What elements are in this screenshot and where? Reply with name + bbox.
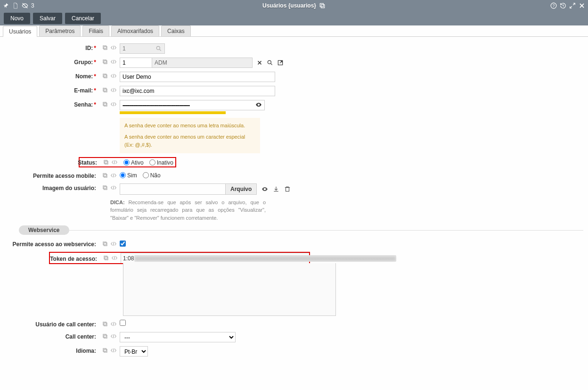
clear-icon[interactable] bbox=[256, 59, 263, 66]
form-area: ID:* 1 Grupo:* ADM bbox=[0, 37, 588, 367]
tab-filiais[interactable]: Filiais bbox=[82, 25, 109, 36]
new-button[interactable]: Novo bbox=[4, 13, 30, 24]
svg-rect-26 bbox=[103, 88, 106, 91]
token-textarea[interactable] bbox=[123, 263, 336, 316]
status-inativo-radio[interactable]: Inativo bbox=[149, 159, 173, 166]
nome-input[interactable] bbox=[120, 72, 275, 82]
svg-rect-46 bbox=[104, 256, 107, 259]
close-icon[interactable] bbox=[579, 2, 585, 9]
ws-permite-checkbox[interactable] bbox=[120, 241, 126, 247]
svg-rect-52 bbox=[103, 334, 106, 337]
svg-rect-14 bbox=[104, 61, 107, 64]
copy-icon[interactable] bbox=[103, 255, 109, 261]
code-icon[interactable] bbox=[110, 347, 117, 354]
id-label: ID: bbox=[85, 45, 93, 51]
eye-icon[interactable] bbox=[255, 101, 262, 108]
open-external-icon[interactable] bbox=[277, 59, 284, 66]
svg-line-20 bbox=[271, 64, 272, 65]
mobile-sim-radio[interactable]: Sim bbox=[120, 172, 137, 179]
fullscreen-icon[interactable] bbox=[569, 2, 576, 9]
status-label: Status: bbox=[78, 159, 97, 166]
cancel-button[interactable]: Cancelar bbox=[65, 13, 101, 24]
id-field: 1 bbox=[120, 43, 165, 54]
svg-line-6 bbox=[570, 6, 572, 8]
toolbar: Novo Salvar Cancelar bbox=[0, 11, 588, 25]
copy-icon[interactable] bbox=[102, 58, 108, 65]
copy-icon[interactable] bbox=[103, 159, 109, 166]
save-button[interactable]: Salvar bbox=[33, 13, 62, 24]
grupo-name-display: ADM bbox=[152, 58, 253, 68]
code-icon[interactable] bbox=[110, 73, 117, 79]
copy-icon[interactable] bbox=[102, 241, 108, 247]
code-icon[interactable] bbox=[111, 255, 118, 261]
section-webservice: Webservice bbox=[19, 225, 583, 235]
senha-input[interactable] bbox=[120, 100, 265, 110]
token-label: Token de acesso: bbox=[50, 256, 97, 262]
callcenter-user-checkbox[interactable] bbox=[120, 320, 126, 326]
svg-rect-25 bbox=[104, 89, 107, 92]
code-icon[interactable] bbox=[110, 58, 117, 65]
imagem-label: Imagem do usuário: bbox=[42, 185, 96, 191]
callcenter-user-label: Usuário de call center: bbox=[35, 321, 96, 328]
search-icon[interactable] bbox=[155, 45, 162, 52]
code-icon[interactable] bbox=[110, 172, 117, 179]
svg-point-19 bbox=[268, 60, 271, 64]
code-icon[interactable] bbox=[110, 184, 117, 191]
code-icon[interactable] bbox=[111, 159, 118, 166]
trash-icon[interactable] bbox=[284, 186, 291, 192]
idioma-select[interactable]: Pt-Br bbox=[120, 346, 148, 357]
copy-icon[interactable] bbox=[102, 172, 108, 179]
code-icon[interactable] bbox=[110, 87, 117, 93]
copy-icon[interactable] bbox=[102, 321, 108, 327]
svg-rect-51 bbox=[104, 335, 107, 338]
svg-rect-32 bbox=[104, 160, 107, 163]
svg-rect-41 bbox=[286, 187, 289, 191]
copy-icon[interactable] bbox=[102, 73, 108, 79]
tab-parametros[interactable]: Parâmetros bbox=[39, 25, 81, 36]
svg-rect-34 bbox=[104, 174, 107, 177]
copy-icon[interactable] bbox=[102, 44, 108, 51]
file-input[interactable] bbox=[120, 183, 225, 195]
svg-rect-28 bbox=[104, 103, 107, 106]
pin-icon[interactable] bbox=[3, 2, 9, 9]
history-icon[interactable] bbox=[560, 2, 566, 9]
email-input[interactable] bbox=[120, 86, 275, 96]
grupo-id-input[interactable] bbox=[120, 58, 152, 68]
password-hints: A senha deve conter ao menos uma letra m… bbox=[120, 118, 260, 153]
code-icon[interactable] bbox=[110, 321, 117, 327]
svg-rect-43 bbox=[103, 242, 106, 245]
status-ativo-radio[interactable]: Ativo bbox=[123, 159, 144, 166]
view-icon[interactable] bbox=[261, 186, 268, 192]
code-icon[interactable] bbox=[110, 101, 117, 108]
download-icon[interactable] bbox=[273, 186, 279, 192]
document-icon[interactable] bbox=[12, 2, 19, 9]
svg-rect-37 bbox=[104, 186, 107, 189]
svg-line-47 bbox=[114, 256, 114, 260]
tabs: Usuários Parâmetros Filiais Almoxarifado… bbox=[0, 25, 588, 37]
file-button[interactable]: Arquivo bbox=[225, 183, 257, 195]
callcenter-select[interactable]: --- bbox=[120, 332, 236, 342]
svg-rect-9 bbox=[104, 47, 107, 50]
tab-usuarios[interactable]: Usuários bbox=[3, 26, 37, 37]
copy-title-icon[interactable] bbox=[319, 2, 326, 9]
window-title: Usuários {usuarios} bbox=[262, 2, 316, 9]
code-icon[interactable] bbox=[110, 44, 117, 51]
svg-line-39 bbox=[113, 186, 114, 190]
eye-off-icon[interactable] bbox=[22, 2, 28, 9]
copy-icon[interactable] bbox=[102, 184, 108, 191]
copy-icon[interactable] bbox=[102, 101, 108, 108]
senha-label: Senha: bbox=[74, 101, 93, 108]
svg-line-27 bbox=[113, 88, 114, 92]
copy-icon[interactable] bbox=[102, 347, 108, 354]
code-icon[interactable] bbox=[110, 333, 117, 340]
help-icon[interactable]: ? bbox=[550, 2, 557, 9]
window-titlebar: 3 Usuários {usuarios} ? bbox=[0, 0, 588, 11]
mobile-nao-radio[interactable]: Não bbox=[143, 172, 161, 179]
code-icon[interactable] bbox=[110, 241, 117, 247]
search-icon[interactable] bbox=[267, 59, 273, 66]
tab-caixas[interactable]: Caixas bbox=[161, 25, 191, 36]
tab-almoxarifados[interactable]: Almoxarifados bbox=[111, 25, 159, 36]
copy-icon[interactable] bbox=[102, 87, 108, 93]
password-strength-bar bbox=[120, 111, 226, 114]
copy-icon[interactable] bbox=[102, 333, 108, 340]
